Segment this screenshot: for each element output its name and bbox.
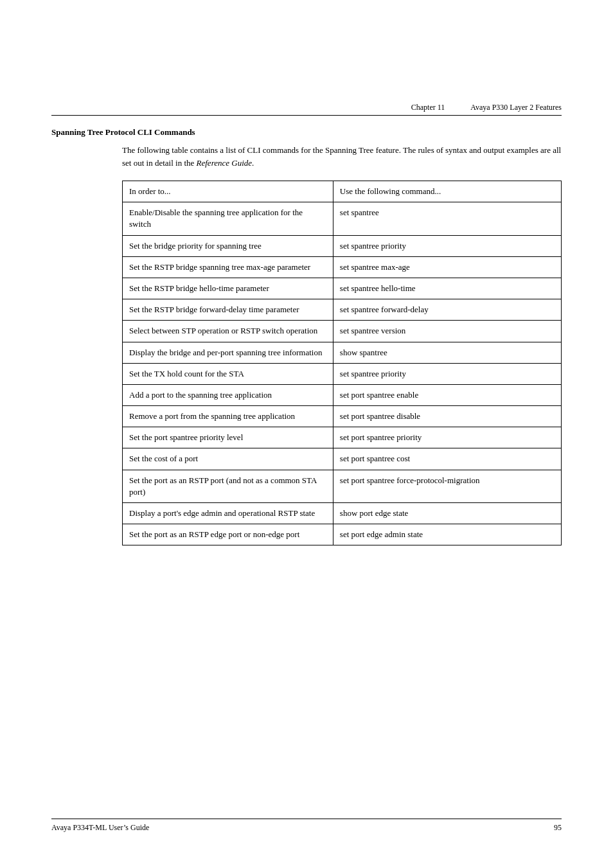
page-header: Chapter 11 Avaya P330 Layer 2 Features	[51, 103, 562, 116]
table-row-14-command: set port edge admin state	[333, 524, 561, 545]
table-row-1-command: set spantree priority	[333, 235, 561, 256]
table-header-col2: Use the following command...	[333, 181, 561, 202]
table-row: Set the bridge priority for spanning tre…	[123, 235, 562, 256]
intro-text-end: .	[252, 158, 254, 168]
table-row-6-description: Display the bridge and per-port spanning…	[123, 342, 333, 363]
table-row-13-description: Display a port's edge admin and operatio…	[123, 503, 333, 524]
table-row-8-command: set port spantree enable	[333, 384, 561, 405]
table-row-3-command: set spantree hello-time	[333, 278, 561, 299]
commands-table-container: In order to...Use the following command.…	[122, 181, 562, 545]
table-row-10-description: Set the port spantree priority level	[123, 427, 333, 448]
table-row-11-command: set port spantree cost	[333, 448, 561, 470]
table-row-6-command: show spantree	[333, 342, 561, 363]
table-row-7-command: set spantree priority	[333, 363, 561, 384]
commands-table: In order to...Use the following command.…	[122, 181, 562, 545]
footer-right: 95	[554, 823, 562, 833]
table-row-10-command: set port spantree priority	[333, 427, 561, 448]
table-row: Set the port as an RSTP port (and not as…	[123, 470, 562, 502]
table-row-1-description: Set the bridge priority for spanning tre…	[123, 235, 333, 256]
table-row: Display the bridge and per-port spanning…	[123, 342, 562, 363]
intro-italic: Reference Guide	[197, 158, 253, 168]
section-title: Spanning Tree Protocol CLI Commands	[51, 127, 562, 137]
page-footer: Avaya P334T-ML User’s Guide 95	[51, 819, 562, 833]
table-row: Set the port as an RSTP edge port or non…	[123, 524, 562, 545]
table-row: Set the RSTP bridge hello-time parameter…	[123, 278, 562, 299]
intro-text-start: The following table contains a list of C…	[122, 145, 561, 168]
table-row-11-description: Set the cost of a port	[123, 448, 333, 470]
chapter-title: Avaya P330 Layer 2 Features	[470, 103, 562, 112]
table-row-13-command: show port edge state	[333, 503, 561, 524]
table-row-4-command: set spantree forward-delay	[333, 299, 561, 321]
page: Chapter 11 Avaya P330 Layer 2 Features S…	[0, 0, 613, 868]
table-row: Enable/Disable the spanning tree applica…	[123, 202, 562, 235]
table-row-2-command: set spantree max-age	[333, 256, 561, 278]
table-row: Set the cost of a portset port spantree …	[123, 448, 562, 470]
table-row: Add a port to the spanning tree applicat…	[123, 384, 562, 405]
table-row-9-description: Remove a port from the spanning tree app…	[123, 406, 333, 427]
table-row-12-command: set port spantree force-protocol-migrati…	[333, 470, 561, 502]
chapter-label: Chapter 11	[411, 103, 445, 112]
table-row-12-description: Set the port as an RSTP port (and not as…	[123, 470, 333, 502]
table-row-5-description: Select between STP operation or RSTP swi…	[123, 321, 333, 342]
table-row-0-command: set spantree	[333, 202, 561, 235]
table-row-9-command: set port spantree disable	[333, 406, 561, 427]
table-row-7-description: Set the TX hold count for the STA	[123, 363, 333, 384]
table-row: Set the port spantree priority levelset …	[123, 427, 562, 448]
table-row-5-command: set spantree version	[333, 321, 561, 342]
table-row: Remove a port from the spanning tree app…	[123, 406, 562, 427]
table-row: Select between STP operation or RSTP swi…	[123, 321, 562, 342]
table-row: Display a port's edge admin and operatio…	[123, 503, 562, 524]
table-row-0-description: Enable/Disable the spanning tree applica…	[123, 202, 333, 235]
table-row-3-description: Set the RSTP bridge hello-time parameter	[123, 278, 333, 299]
table-row-4-description: Set the RSTP bridge forward-delay time p…	[123, 299, 333, 321]
table-row: Set the RSTP bridge forward-delay time p…	[123, 299, 562, 321]
table-row-2-description: Set the RSTP bridge spanning tree max-ag…	[123, 256, 333, 278]
table-row-14-description: Set the port as an RSTP edge port or non…	[123, 524, 333, 545]
table-row: Set the TX hold count for the STAset spa…	[123, 363, 562, 384]
table-header-col1: In order to...	[123, 181, 333, 202]
table-row: Set the RSTP bridge spanning tree max-ag…	[123, 256, 562, 278]
intro-paragraph: The following table contains a list of C…	[122, 144, 562, 169]
table-row-8-description: Add a port to the spanning tree applicat…	[123, 384, 333, 405]
footer-left: Avaya P334T-ML User’s Guide	[51, 823, 149, 833]
